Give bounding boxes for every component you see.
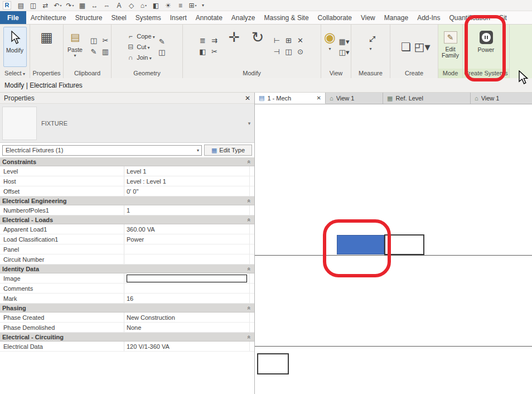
collapse-group-icon[interactable]: « [246,199,253,202]
save-icon[interactable]: ◫ [27,1,39,10]
copy-icon[interactable]: ◫ [283,47,294,56]
create-assembly-icon-dropdown[interactable]: ▾ [424,40,430,54]
type-selector[interactable]: FIXTURE ▾ [0,104,254,143]
ribbon-tab-architecture[interactable]: Architecture [26,11,71,24]
view-lightbulb-button[interactable]: ◉ [323,27,337,67]
collapse-group-icon[interactable]: « [246,160,253,163]
hide-elements-icon-dropdown[interactable]: ▾ [346,48,350,56]
property-value[interactable]: 1 [124,205,249,215]
trim-extend-icon[interactable]: ⊢ [272,36,282,45]
collapse-group-icon[interactable]: « [246,267,253,270]
apply-coping-icon[interactable]: ✎ [157,37,167,46]
paste-options-icon[interactable]: ▥ [100,47,111,56]
ribbon-tab-structure[interactable]: Structure [71,11,107,24]
property-value[interactable]: 16 [124,294,249,303]
view-tab-2[interactable]: ⌂View 1 [326,93,383,104]
ribbon-tab-file[interactable]: File [0,11,26,24]
property-value[interactable] [124,284,249,293]
redo-icon-dropdown[interactable]: ▾ [72,3,74,7]
ribbon-tab-steel[interactable]: Steel [107,11,130,24]
paste-button[interactable]: ▤ Paste [64,27,87,67]
extend-icon[interactable]: ⊣ [272,47,282,56]
view-tab-1[interactable]: ▤1 - Mech✕ [255,93,326,104]
mirror-icon[interactable]: ◧ [197,47,208,56]
edit-family-button[interactable]: ✎ Edit Family [439,27,462,67]
join-button[interactable]: ∩ Join [127,52,155,62]
collapse-group-icon[interactable]: « [246,306,253,309]
close-properties-icon[interactable]: ✕ [245,94,250,102]
ribbon-tab-collaborate[interactable]: Collaborate [313,11,356,24]
wall-joins-icon[interactable]: ◫ [157,47,167,57]
property-group-electrical-circuiting[interactable]: Electrical - Circuiting« [0,333,254,342]
section-icon[interactable]: ◧ [150,1,162,10]
ribbon-tab-manage[interactable]: Manage [380,11,413,24]
edit-type-button[interactable]: ▦ Edit Type [204,145,252,156]
property-value[interactable] [124,244,249,254]
property-value[interactable] [124,273,249,283]
open-file-icon[interactable]: ▤ [15,1,27,10]
property-value[interactable]: Level 1 [124,166,249,176]
fixture-outline-bottom-left[interactable] [257,353,289,374]
property-group-phasing[interactable]: Phasing« [0,304,254,313]
undo-icon-dropdown[interactable]: ▾ [60,3,62,7]
offset-icon[interactable]: ⇉ [209,36,220,45]
undo-icon[interactable]: ↶▾ [52,1,64,10]
property-value[interactable]: Power [124,234,249,244]
move-button[interactable]: ✛ [225,27,244,67]
property-value[interactable]: New Construction [124,313,249,322]
ribbon-tab-add-ins[interactable]: Add-Ins [413,11,444,24]
print-icon[interactable]: ▦ [76,1,88,10]
element-filter-combo[interactable]: Electrical Fixtures (1) ▾ [2,145,202,156]
rotate-button[interactable]: ↻ [248,27,267,67]
property-value[interactable]: None [124,323,249,332]
cope-button[interactable]: ⌐ Cope [127,31,155,41]
property-value[interactable]: 360.00 VA [124,224,249,234]
drawing-canvas[interactable] [255,104,532,394]
view-tab-3[interactable]: ▦Ref. Level [383,93,471,104]
level-line-upper[interactable] [255,255,532,256]
create-parts-icon[interactable]: ❏ [399,39,413,55]
measure-button[interactable]: ↔ [359,27,383,67]
hide-elements-icon[interactable]: ◫▾ [339,47,350,57]
redo-icon[interactable]: ↷▾ [64,1,76,10]
sync-icon[interactable]: ⇄ [40,1,51,10]
modify-button[interactable]: Modify [3,27,27,67]
property-group-constraints[interactable]: Constraints« [0,157,254,166]
pin-icon[interactable]: ⊙ [295,47,306,56]
sun-path-icon[interactable]: ☀ [162,1,174,10]
ribbon-tab-view[interactable]: View [356,11,380,24]
ribbon-tab-analyze[interactable]: Analyze [227,11,260,24]
array-icon[interactable]: ⊞ [283,36,294,45]
ribbon-tab-massing-site[interactable]: Massing & Site [260,11,313,24]
filter-dropdown-icon[interactable]: ▾ [197,148,199,153]
collapse-group-icon[interactable]: « [246,218,253,221]
delete-icon[interactable]: ✕ [295,36,306,45]
image-value-field[interactable] [127,275,247,282]
create-assembly-icon[interactable]: ◰▾ [415,39,429,55]
tag-icon[interactable]: ◇ [125,1,137,10]
split-icon[interactable]: ✂ [209,47,220,56]
measure-icon[interactable]: ↔ [89,1,100,10]
property-value[interactable] [124,254,249,264]
property-value[interactable]: 0' 0" [124,186,249,196]
ribbon-tab-annotate[interactable]: Annotate [191,11,227,24]
aligned-dimension-icon[interactable]: ⇔ [101,1,113,10]
type-selector-arrow-icon[interactable]: ▾ [244,121,254,126]
ribbon-tab-systems[interactable]: Systems [131,11,166,24]
switch-windows-icon[interactable]: ⊞▾ [187,1,199,10]
property-group-electrical-loads[interactable]: Electrical - Loads« [0,215,254,224]
properties-toggle-button[interactable]: ▦ [35,27,59,67]
default-3d-view-icon-dropdown[interactable]: ▾ [145,3,147,7]
thin-lines-icon[interactable]: ≡ [175,1,186,10]
customize-qat-icon[interactable]: ▾ [202,3,204,8]
revit-logo[interactable]: R [3,1,11,9]
default-3d-view-icon[interactable]: ⌂▾ [138,1,149,10]
visibility-graphics-icon[interactable]: ▦▾ [339,37,350,46]
close-view-icon[interactable]: ✕ [317,95,321,101]
cut-to-clipboard-icon[interactable]: ✂ [100,36,111,45]
align-icon[interactable]: ≣ [197,36,208,45]
collapse-group-icon[interactable]: « [246,335,253,338]
text-icon[interactable]: A [113,1,125,10]
view-tab-4[interactable]: ⌂View 1 [471,93,532,104]
property-group-identity-data[interactable]: Identity Data« [0,265,254,273]
